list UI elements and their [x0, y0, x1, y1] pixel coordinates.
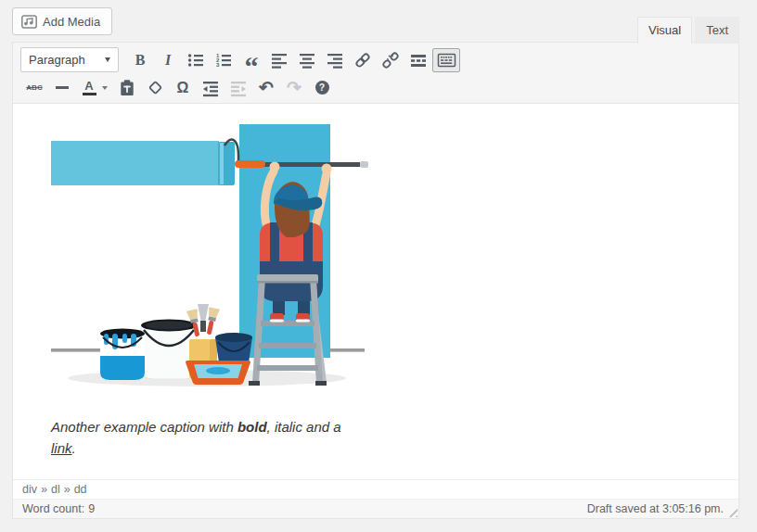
help-button[interactable]: ? [308, 76, 336, 100]
painted-stripe [51, 141, 219, 185]
bulleted-list-button[interactable] [182, 48, 210, 72]
editor-footer: Word count:9 Draft saved at 3:05:16 pm. [13, 499, 738, 518]
editor-resize-handle[interactable] [725, 505, 738, 517]
read-more-tag-button[interactable] [404, 48, 432, 72]
horizontal-rule-button[interactable] [48, 76, 76, 100]
path-element-dl[interactable]: dl [51, 483, 60, 496]
paragraph-format-select[interactable]: Paragraph [20, 47, 119, 72]
numbered-list-button[interactable]: 1 2 3 [210, 48, 237, 72]
paste-as-text-icon [118, 79, 136, 97]
wordpress-editor-page: { "theme": { "colors": { "page_bg":"#f1f… [0, 0, 757, 532]
text-color-caret-icon [102, 86, 108, 90]
clear-formatting-button[interactable] [141, 76, 169, 100]
draft-saved-status: Draft saved at 3:05:16 pm. [587, 502, 724, 515]
caption-text-2: , italic and a [267, 419, 341, 435]
horizontal-rule-icon [56, 86, 69, 88]
blue-paint-can [100, 329, 145, 381]
caption-bold-text: bold [237, 419, 267, 435]
undo-icon: ↶ [259, 79, 274, 96]
word-count-value: 9 [88, 502, 95, 515]
read-more-icon [409, 51, 428, 70]
element-path-bar: div » dl » dd [13, 479, 738, 499]
caption-link[interactable]: link [51, 440, 72, 456]
special-character-button[interactable]: Ω [169, 76, 197, 100]
help-icon: ? [315, 81, 329, 95]
bold-button[interactable]: B [126, 48, 154, 72]
align-center-icon [298, 51, 316, 70]
align-right-icon [326, 51, 344, 70]
outdent-icon [201, 79, 220, 97]
align-center-button[interactable] [293, 48, 321, 72]
strikethrough-icon: ABC [26, 83, 42, 92]
link-icon [353, 51, 372, 70]
tab-text[interactable]: Text [695, 17, 739, 44]
bulleted-list-icon [186, 51, 205, 70]
toolbar-toggle-button[interactable] [432, 48, 460, 72]
word-count: Word count:9 [22, 502, 95, 515]
paragraph-format-value: Paragraph [29, 53, 85, 67]
blockquote-icon: “ [245, 62, 259, 71]
bold-icon: B [135, 52, 146, 69]
editor-mode-tabs: Visual Text [637, 17, 739, 44]
editor-top-bar: Add Media Visual Text [12, 6, 739, 43]
content-image[interactable] [51, 122, 368, 391]
italic-icon: I [165, 52, 171, 69]
roller-tray [186, 361, 250, 385]
italic-button[interactable]: I [154, 48, 182, 72]
indent-icon [229, 79, 248, 97]
chevron-down-icon [105, 57, 110, 62]
redo-button[interactable]: ↷ [280, 76, 308, 100]
align-left-icon [270, 51, 289, 70]
align-left-button[interactable] [265, 48, 293, 72]
media-icon [21, 15, 37, 29]
editor-container: Paragraph B I 1 2 3 [12, 42, 739, 519]
path-element-dd[interactable]: dd [74, 483, 87, 496]
toolbar-row-1: Paragraph B I 1 2 3 [20, 45, 733, 74]
align-right-button[interactable] [321, 48, 349, 72]
decrease-indent-button[interactable] [197, 76, 225, 100]
remove-link-button[interactable] [377, 48, 404, 72]
text-color-button[interactable]: A [76, 76, 113, 100]
numbered-list-icon: 1 2 3 [214, 51, 233, 70]
editor-canvas[interactable]: Another example caption with bold, itali… [13, 104, 738, 479]
tab-visual[interactable]: Visual [637, 17, 692, 44]
insert-link-button[interactable] [349, 48, 377, 72]
add-media-button[interactable]: Add Media [12, 7, 112, 35]
omega-icon: Ω [177, 80, 189, 96]
caption-text: Another example caption with [51, 419, 237, 435]
word-count-label: Word count: [22, 502, 84, 515]
eraser-icon [146, 78, 165, 97]
path-separator: » [64, 483, 71, 496]
blockquote-button[interactable]: “ [237, 48, 265, 72]
paste-as-text-button[interactable] [113, 76, 141, 100]
toolbar-toggle-icon [437, 51, 456, 70]
text-color-icon: A [83, 80, 96, 96]
path-separator: » [41, 483, 47, 496]
add-media-label: Add Media [43, 15, 100, 29]
image-caption[interactable]: Another example caption with bold, itali… [51, 416, 350, 459]
editor-toolbar: Paragraph B I 1 2 3 [13, 43, 738, 104]
strikethrough-button[interactable]: ABC [20, 76, 48, 100]
redo-icon: ↷ [287, 79, 302, 96]
caption-text-3: . [72, 440, 76, 456]
toolbar-row-2: ABC A [20, 74, 733, 101]
unlink-icon [381, 51, 400, 70]
svg-text:3: 3 [216, 62, 220, 68]
path-element-div[interactable]: div [22, 483, 37, 496]
